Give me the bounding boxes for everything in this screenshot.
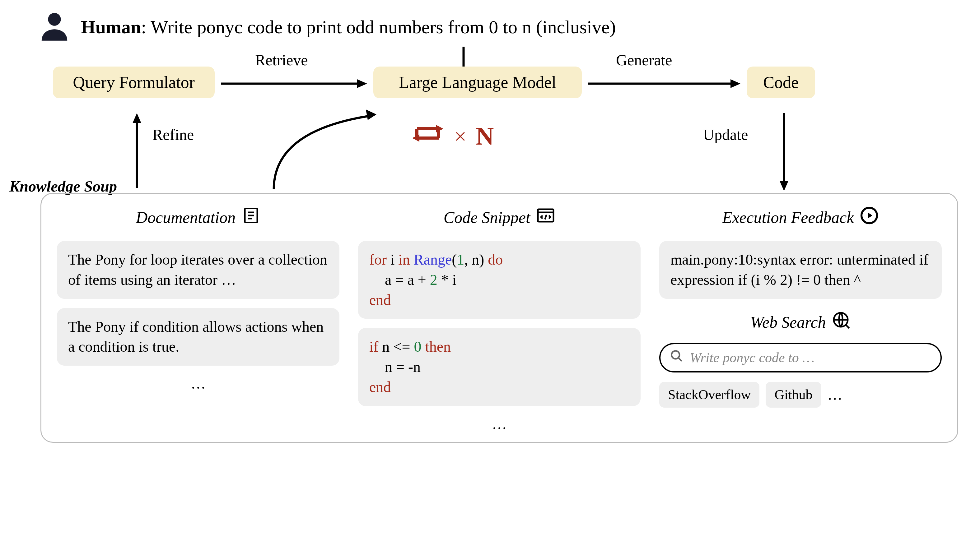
code-icon <box>536 206 555 228</box>
doc-snippet-1: The Pony for loop iterates over a collec… <box>57 241 339 299</box>
arrow-generate <box>588 76 740 91</box>
code-box: Code <box>747 67 815 98</box>
human-prompt: Write ponyc code to print odd numbers fr… <box>151 17 616 37</box>
flow-row: Query Formulator Large Language Model Co… <box>19 57 961 107</box>
arrow-retrieve <box>221 76 367 91</box>
retrieve-label: Retrieve <box>255 51 308 69</box>
svg-marker-9 <box>366 109 377 120</box>
code-snippet-2: if n <= 0 then n = -n end <box>358 328 641 406</box>
svg-marker-6 <box>730 79 740 88</box>
web-search-header: Web Search <box>659 311 942 334</box>
documentation-title: Documentation <box>136 208 236 227</box>
doc-snippet-2: The Pony if condition allows actions whe… <box>57 308 339 366</box>
code-snippet-column: Code Snippet for i in Range(1, n) do a =… <box>358 206 641 433</box>
play-icon <box>860 206 878 228</box>
human-prompt-row: Human: Write ponyc code to print odd num… <box>37 10 961 45</box>
chip-github[interactable]: Github <box>766 382 821 408</box>
user-icon <box>37 10 72 45</box>
documentation-header: Documentation <box>57 206 339 228</box>
svg-point-25 <box>672 351 680 359</box>
iteration-indicator: × N <box>410 119 494 153</box>
documentation-column: Documentation The Pony for loop iterates… <box>57 206 339 433</box>
svg-line-26 <box>679 357 682 361</box>
search-chip-row: StackOverflow Github … <box>659 382 942 408</box>
globe-search-icon <box>832 311 851 334</box>
code-snippet-header: Code Snippet <box>358 206 641 228</box>
arrow-soup-to-llm <box>267 107 380 191</box>
loop-icon <box>410 119 445 153</box>
iteration-n: N <box>476 122 494 151</box>
generate-label: Generate <box>616 51 672 69</box>
search-icon <box>670 349 684 366</box>
svg-marker-4 <box>357 79 367 88</box>
svg-point-0 <box>48 13 60 25</box>
execution-feedback-title: Execution Feedback <box>722 208 854 227</box>
code-snippet-1: for i in Range(1, n) do a = a + 2 * i en… <box>358 241 641 319</box>
execution-feedback-header: Execution Feedback <box>659 206 942 228</box>
svg-marker-15 <box>780 181 788 191</box>
web-search-title: Web Search <box>750 313 826 332</box>
knowledge-soup-box: Documentation The Pony for loop iterates… <box>40 193 958 443</box>
refine-label: Refine <box>153 125 194 144</box>
human-speaker: Human <box>81 17 141 37</box>
document-icon <box>242 206 260 228</box>
execution-feedback-text: main.pony:10:syntax error: unterminated … <box>659 241 942 299</box>
query-formulator-box: Query Formulator <box>53 67 215 98</box>
human-prompt-text: Human: Write ponyc code to print odd num… <box>81 16 616 38</box>
llm-box: Large Language Model <box>373 67 582 98</box>
code-ellipsis: … <box>358 416 641 433</box>
update-label: Update <box>703 125 748 144</box>
svg-marker-23 <box>868 213 872 219</box>
chip-ellipsis: … <box>827 386 843 403</box>
web-search-bar[interactable]: Write ponyc code to … <box>659 343 942 373</box>
arrow-refine <box>127 113 146 188</box>
code-snippet-title: Code Snippet <box>444 208 530 227</box>
iteration-times: × <box>454 124 466 149</box>
iteration-row: Refine × N Update <box>19 119 961 163</box>
chip-stackoverflow[interactable]: StackOverflow <box>659 382 759 408</box>
search-placeholder: Write ponyc code to … <box>690 350 815 366</box>
feedback-column: Execution Feedback main.pony:10:syntax e… <box>659 206 942 433</box>
arrow-update <box>775 113 793 191</box>
svg-marker-8 <box>132 113 141 123</box>
doc-ellipsis: … <box>57 375 339 392</box>
